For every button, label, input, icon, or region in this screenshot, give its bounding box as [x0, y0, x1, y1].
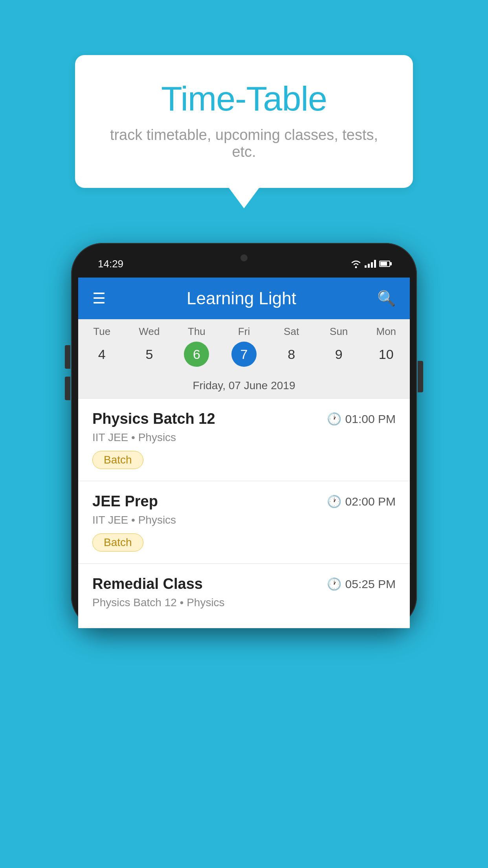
clock-icon: 🕐	[327, 495, 341, 508]
clock-icon: 🕐	[327, 577, 341, 591]
phone-screen: ☰ Learning Light 🔍 Tue4Wed5Thu6Fri7Sat8S…	[78, 278, 410, 628]
app-header: ☰ Learning Light 🔍	[78, 278, 410, 319]
search-icon[interactable]: 🔍	[377, 290, 396, 307]
volume-down-button	[65, 377, 70, 400]
day-number[interactable]: 6	[184, 342, 209, 367]
class-name: Remedial Class	[92, 576, 203, 592]
menu-icon[interactable]: ☰	[92, 290, 106, 307]
class-time: 🕐 01:00 PM	[327, 412, 396, 426]
front-camera	[240, 254, 248, 261]
phone-notch	[220, 250, 268, 266]
batch-tag: Batch	[92, 533, 143, 552]
day-name: Thu	[173, 326, 220, 338]
selected-date-label: Friday, 07 June 2019	[78, 373, 410, 399]
day-number[interactable]: 7	[231, 342, 257, 367]
battery-fill	[380, 262, 387, 266]
calendar-day[interactable]: Sun9	[315, 326, 363, 370]
day-number[interactable]: 8	[279, 342, 304, 367]
day-name: Tue	[78, 326, 126, 338]
class-meta: Physics Batch 12 • Physics	[92, 596, 396, 609]
day-name: Mon	[362, 326, 410, 338]
calendar-day[interactable]: Wed5	[126, 326, 173, 370]
status-time: 14:29	[98, 258, 123, 270]
clock-icon: 🕐	[327, 412, 341, 426]
class-header: Remedial Class🕐 05:25 PM	[92, 576, 396, 592]
bubble-subtitle: track timetable, upcoming classes, tests…	[106, 127, 382, 160]
calendar-day[interactable]: Thu6	[173, 326, 220, 370]
day-number[interactable]: 5	[137, 342, 162, 367]
day-number[interactable]: 4	[89, 342, 114, 367]
status-bar: 14:29	[78, 250, 410, 278]
speech-bubble: Time-Table track timetable, upcoming cla…	[75, 55, 413, 188]
day-name: Sun	[315, 326, 363, 338]
bubble-title: Time-Table	[106, 79, 382, 119]
day-number[interactable]: 9	[326, 342, 351, 367]
svg-point-0	[355, 267, 357, 268]
app-title: Learning Light	[106, 289, 377, 308]
day-name: Wed	[126, 326, 173, 338]
speech-bubble-section: Time-Table track timetable, upcoming cla…	[0, 55, 488, 188]
class-time: 🕐 05:25 PM	[327, 577, 396, 591]
day-number[interactable]: 10	[374, 342, 399, 367]
power-button	[418, 361, 423, 392]
volume-up-button	[65, 345, 70, 369]
phone-mockup: 14:29	[71, 243, 417, 628]
class-time: 🕐 02:00 PM	[327, 495, 396, 508]
classes-list: Physics Batch 12🕐 01:00 PMIIT JEE • Phys…	[78, 399, 410, 628]
days-row: Tue4Wed5Thu6Fri7Sat8Sun9Mon10	[78, 319, 410, 373]
day-name: Fri	[220, 326, 268, 338]
signal-icon	[365, 260, 376, 268]
day-name: Sat	[268, 326, 315, 338]
phone-shell: 14:29	[71, 243, 417, 628]
calendar-section: Tue4Wed5Thu6Fri7Sat8Sun9Mon10 Friday, 07…	[78, 319, 410, 399]
calendar-day[interactable]: Mon10	[362, 326, 410, 370]
class-item[interactable]: Remedial Class🕐 05:25 PMPhysics Batch 12…	[78, 564, 410, 628]
class-header: JEE Prep🕐 02:00 PM	[92, 493, 396, 510]
calendar-day[interactable]: Sat8	[268, 326, 315, 370]
calendar-day[interactable]: Tue4	[78, 326, 126, 370]
battery-icon	[379, 261, 390, 267]
wifi-icon	[350, 259, 361, 268]
class-header: Physics Batch 12🕐 01:00 PM	[92, 410, 396, 427]
class-item[interactable]: Physics Batch 12🕐 01:00 PMIIT JEE • Phys…	[78, 399, 410, 481]
calendar-day[interactable]: Fri7	[220, 326, 268, 370]
status-icons	[350, 259, 390, 268]
class-meta: IIT JEE • Physics	[92, 431, 396, 444]
class-name: Physics Batch 12	[92, 410, 215, 427]
class-meta: IIT JEE • Physics	[92, 514, 396, 526]
batch-tag: Batch	[92, 451, 143, 469]
class-name: JEE Prep	[92, 493, 158, 510]
class-item[interactable]: JEE Prep🕐 02:00 PMIIT JEE • PhysicsBatch	[78, 481, 410, 564]
